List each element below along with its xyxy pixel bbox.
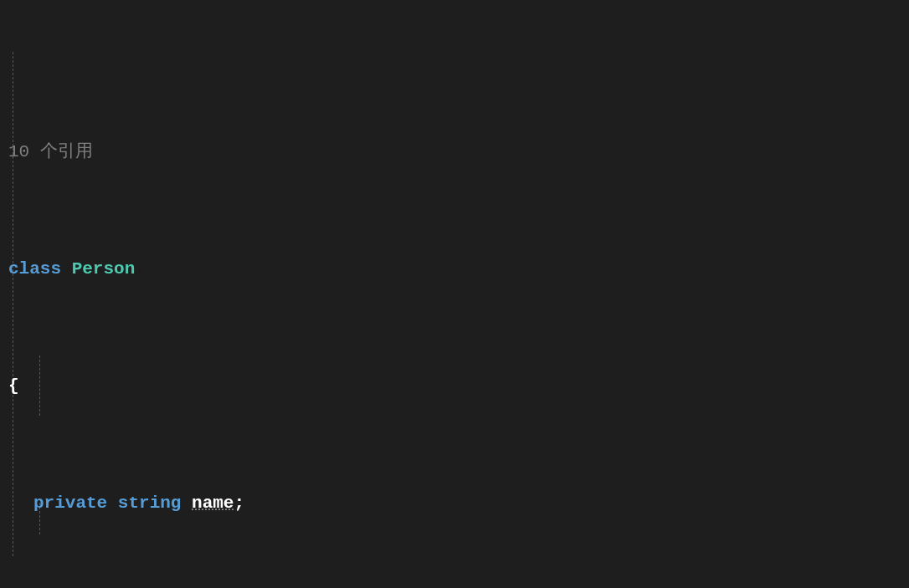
code-editor[interactable]: 10 个引用 class Person { private string nam… [0, 0, 909, 588]
type-person: Person [72, 259, 136, 279]
codelens-class-refs[interactable]: 10 个引用 [8, 141, 909, 164]
field-name: name [192, 493, 234, 513]
code-line: { [8, 375, 909, 398]
brace-open: { [8, 376, 19, 396]
code-line: class Person [8, 258, 909, 281]
keyword-private: private [33, 493, 107, 513]
code-line: private string name; [8, 492, 909, 515]
keyword-string: string [118, 493, 182, 513]
indent-guides [0, 0, 42, 117]
keyword-class: class [8, 259, 61, 279]
codelens-text: 10 个引用 [8, 142, 93, 161]
semicolon: ; [234, 493, 244, 513]
